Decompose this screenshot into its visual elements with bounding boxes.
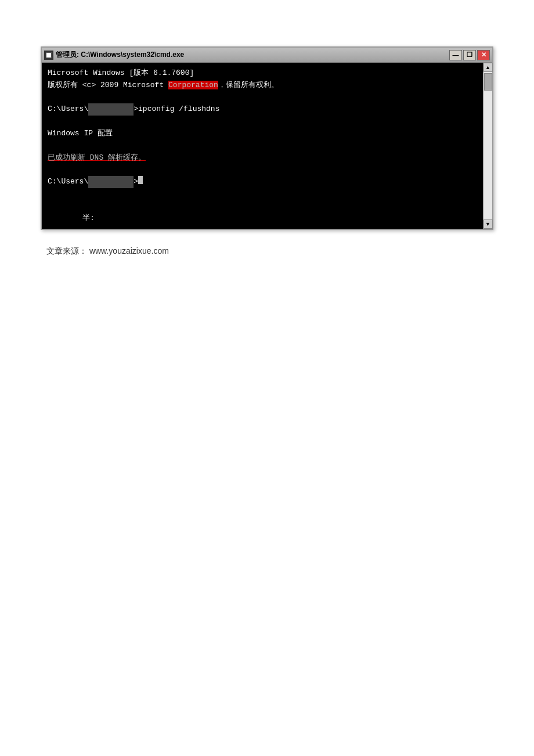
terminal-line-3 — [48, 92, 477, 104]
terminal-line-prompt1: C:\Users\ >ipconfig /flushdns — [48, 103, 477, 116]
terminal-line-2: 版权所有 <c> 2009 Microsoft Corporation，保留所有… — [48, 80, 477, 92]
cursor — [138, 176, 143, 184]
terminal-blank-1 — [48, 116, 477, 128]
terminal-line-prompt2: C:\Users\ > — [48, 176, 477, 188]
article-source: 文章来源： www.youzaizixue.com — [46, 246, 511, 257]
close-button[interactable]: ✕ — [477, 50, 490, 60]
cmd-scrollbar[interactable]: ▲ ▼ — [483, 63, 492, 229]
scrollbar-up-arrow[interactable]: ▲ — [484, 63, 493, 72]
cmd-terminal-body[interactable]: Microsoft Windows [版本 6.1.7600] 版权所有 <c>… — [42, 63, 483, 229]
terminal-blank-5 — [48, 200, 477, 213]
corporation-highlight: Corporation — [168, 81, 218, 89]
terminal-blank-3 — [48, 164, 477, 176]
prompt-command: >ipconfig /flushdns — [134, 103, 219, 116]
dns-success-text: 已成功刷新 DNS 解析缓存。 — [48, 153, 146, 162]
window-title: 管理员: C:\Windows\system32\cmd.exe — [56, 50, 184, 60]
terminal-blank-2 — [48, 140, 477, 152]
terminal-dns-line: 已成功刷新 DNS 解析缓存。 — [48, 152, 477, 164]
prompt-prefix-2: C:\Users\ — [48, 176, 88, 188]
terminal-ip-config: Windows IP 配置 — [48, 128, 477, 140]
cmd-app-icon — [44, 51, 53, 60]
cmd-window: 管理员: C:\Windows\system32\cmd.exe — ❒ ✕ M… — [41, 46, 493, 230]
article-source-url[interactable]: www.youzaizixue.com — [89, 246, 169, 255]
terminal-half-char: 半: — [82, 213, 477, 225]
terminal-blank-4 — [48, 188, 477, 200]
titlebar-left: 管理员: C:\Windows\system32\cmd.exe — [44, 50, 184, 60]
cmd-body-wrapper: Microsoft Windows [版本 6.1.7600] 版权所有 <c>… — [42, 63, 492, 229]
minimize-button[interactable]: — — [449, 50, 462, 60]
terminal-line-1: Microsoft Windows [版本 6.1.7600] — [48, 67, 477, 80]
scrollbar-thumb[interactable] — [484, 73, 492, 91]
cmd-titlebar: 管理员: C:\Windows\system32\cmd.exe — ❒ ✕ — [42, 48, 492, 63]
prompt-arrow-2: > — [134, 176, 138, 188]
titlebar-buttons: — ❒ ✕ — [449, 50, 490, 60]
prompt-prefix: C:\Users\ — [48, 103, 88, 116]
page-wrapper: 管理员: C:\Windows\system32\cmd.exe — ❒ ✕ M… — [0, 0, 534, 756]
scrollbar-track[interactable] — [484, 72, 492, 219]
scrollbar-down-arrow[interactable]: ▼ — [484, 219, 493, 229]
article-source-label: 文章来源： — [46, 246, 87, 255]
restore-button[interactable]: ❒ — [463, 50, 476, 60]
username-block-2 — [88, 176, 134, 188]
username-block — [88, 103, 134, 116]
